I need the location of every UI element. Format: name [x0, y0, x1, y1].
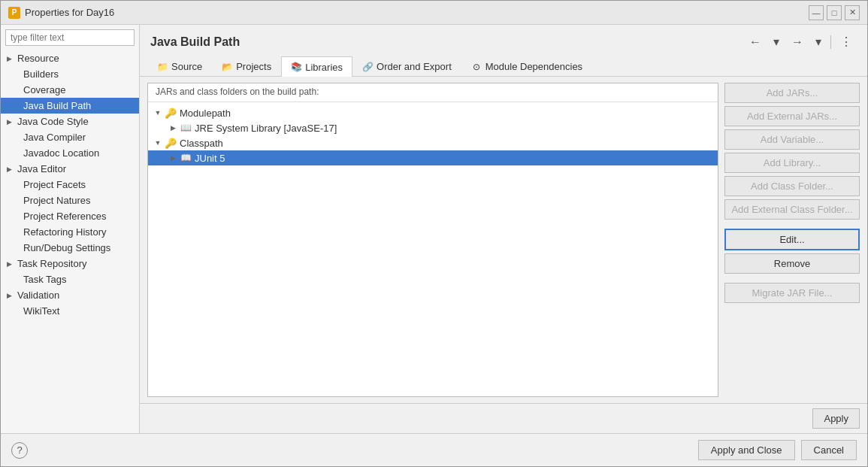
sidebar-item-project-references[interactable]: Project References: [1, 208, 139, 224]
minimize-button[interactable]: —: [809, 5, 824, 20]
junit5-arrow: ▶: [169, 154, 177, 162]
tree-content: ▼ 🔑 Modulepath ▶ 📖 JRE System Library [J…: [148, 102, 718, 396]
modulepath-arrow: ▼: [154, 109, 162, 117]
remove-button[interactable]: Remove: [724, 253, 860, 274]
back-dropdown-button[interactable]: ▾: [769, 32, 784, 51]
page-title: Java Build Path: [150, 35, 240, 49]
source-tab-label: Source: [171, 61, 202, 72]
tree-item-classpath[interactable]: ▼ 🔑 Classpath: [148, 135, 718, 150]
filter-input[interactable]: [5, 29, 135, 46]
window-controls: — □ ✕: [809, 5, 860, 20]
classpath-arrow: ▼: [154, 139, 162, 147]
sidebar-item-java-code-style[interactable]: ▶Java Code Style: [1, 114, 139, 129]
add-external-class-folder-button[interactable]: Add External Class Folder...: [724, 199, 860, 220]
sidebar-label-java-compiler: Java Compiler: [23, 132, 86, 143]
tree-item-jre[interactable]: ▶ 📖 JRE System Library [JavaSE-17]: [148, 120, 718, 135]
back-button[interactable]: ←: [745, 33, 766, 51]
title-bar: P Properties for Day16 — □ ✕: [1, 1, 867, 25]
sidebar-item-validation[interactable]: ▶Validation: [1, 287, 139, 303]
sidebar-label-project-facets: Project Facets: [23, 179, 86, 190]
sidebar-label-task-tags: Task Tags: [23, 274, 67, 285]
add-external-jars-button[interactable]: Add External JARs...: [724, 106, 860, 126]
sidebar-item-java-editor[interactable]: ▶Java Editor: [1, 161, 139, 177]
edit-button[interactable]: Edit...: [724, 229, 860, 250]
tree-panel: JARs and class folders on the build path…: [147, 83, 718, 397]
sidebar-item-coverage[interactable]: Coverage: [1, 82, 139, 98]
add-class-folder-button[interactable]: Add Class Folder...: [724, 176, 860, 196]
sidebar-item-wikitext[interactable]: WikiText: [1, 303, 139, 319]
libraries-tab-label: Libraries: [305, 62, 343, 73]
sidebar-item-run-debug-settings[interactable]: Run/Debug Settings: [1, 240, 139, 256]
content-area: JARs and class folders on the build path…: [140, 77, 867, 403]
apply-bar: Apply: [140, 403, 867, 433]
tab-order-export[interactable]: 🔗 Order and Export: [352, 56, 461, 76]
help-icon: ?: [17, 444, 22, 456]
module-tab-icon: ⊙: [471, 62, 482, 72]
sidebar-label-project-natures: Project Natures: [23, 195, 91, 206]
button-spacer-2: [724, 277, 860, 280]
projects-tab-icon: 📂: [222, 62, 232, 72]
add-library-button[interactable]: Add Library...: [724, 153, 860, 173]
sidebar-item-task-tags[interactable]: Task Tags: [1, 271, 139, 287]
jre-icon: 📖: [180, 122, 192, 134]
buttons-panel: Add JARs... Add External JARs... Add Var…: [724, 83, 860, 397]
sidebar-item-project-natures[interactable]: Project Natures: [1, 193, 139, 208]
app-icon: P: [8, 7, 20, 19]
classpath-icon: 🔑: [165, 137, 177, 149]
cancel-button[interactable]: Cancel: [801, 440, 857, 460]
sidebar-label-java-build-path: Java Build Path: [23, 100, 91, 111]
tab-libraries[interactable]: 📚 Libraries: [281, 56, 352, 77]
forward-dropdown-button[interactable]: ▾: [811, 32, 826, 51]
footer-right: Apply and Close Cancel: [698, 440, 857, 460]
sidebar-item-builders[interactable]: Builders: [1, 66, 139, 82]
modulepath-icon: 🔑: [165, 107, 177, 119]
sidebar-label-refactoring-history: Refactoring History: [23, 226, 107, 238]
order-tab-label: Order and Export: [377, 61, 452, 72]
sidebar-label-java-code-style: Java Code Style: [17, 116, 89, 127]
sidebar-label-project-references: Project References: [23, 211, 107, 222]
apply-button[interactable]: Apply: [812, 408, 860, 429]
tab-module-dependencies[interactable]: ⊙ Module Dependencies: [461, 56, 592, 76]
tree-hint: JARs and class folders on the build path…: [148, 83, 718, 102]
sidebar-item-javadoc-location[interactable]: Javadoc Location: [1, 145, 139, 161]
jre-arrow: ▶: [169, 124, 177, 132]
add-jars-button[interactable]: Add JARs...: [724, 83, 860, 103]
sidebar-label-run-debug-settings: Run/Debug Settings: [23, 242, 110, 253]
sidebar-label-task-repository: Task Repository: [17, 258, 86, 269]
sidebar-label-javadoc-location: Javadoc Location: [23, 147, 99, 159]
help-button[interactable]: ?: [11, 442, 28, 459]
java-code-style-arrow-icon: ▶: [7, 118, 14, 126]
sidebar-item-java-build-path[interactable]: Java Build Path: [1, 98, 139, 114]
module-tab-label: Module Dependencies: [485, 61, 582, 72]
sidebar: ▶ResourceBuildersCoverageJava Build Path…: [1, 25, 140, 433]
tab-projects[interactable]: 📂 Projects: [212, 56, 281, 76]
maximize-button[interactable]: □: [827, 5, 842, 20]
close-button[interactable]: ✕: [845, 5, 860, 20]
jre-label: JRE System Library [JavaSE-17]: [195, 123, 337, 134]
sidebar-item-task-repository[interactable]: ▶Task Repository: [1, 256, 139, 271]
migrate-jar-button[interactable]: Migrate JAR File...: [724, 283, 860, 303]
forward-button[interactable]: →: [787, 33, 808, 51]
add-variable-button[interactable]: Add Variable...: [724, 129, 860, 150]
menu-button[interactable]: ⋮: [836, 32, 857, 51]
junit5-label: JUnit 5: [195, 153, 225, 164]
tree-item-modulepath[interactable]: ▼ 🔑 Modulepath: [148, 105, 718, 120]
libraries-tab-icon: 📚: [291, 62, 301, 72]
dialog-body: ▶ResourceBuildersCoverageJava Build Path…: [1, 25, 867, 433]
title-bar-left: P Properties for Day16: [8, 7, 114, 19]
sidebar-item-resource[interactable]: ▶Resource: [1, 50, 139, 66]
header-toolbar: ← ▾ → ▾ ⋮: [745, 32, 857, 51]
apply-close-button[interactable]: Apply and Close: [698, 440, 795, 460]
main-area: Java Build Path ← ▾ → ▾ ⋮ 📁 Source 📂: [140, 25, 867, 433]
sidebar-item-refactoring-history[interactable]: Refactoring History: [1, 224, 139, 240]
tab-source[interactable]: 📁 Source: [147, 56, 212, 76]
tree-item-junit5[interactable]: ▶ 📖 JUnit 5: [148, 150, 718, 165]
button-spacer-1: [724, 223, 860, 226]
sidebar-label-java-editor: Java Editor: [17, 163, 66, 174]
toolbar-divider: [830, 35, 831, 49]
order-tab-icon: 🔗: [362, 62, 373, 72]
sidebar-item-java-compiler[interactable]: Java Compiler: [1, 129, 139, 145]
modulepath-label: Modulepath: [180, 108, 231, 119]
dialog-window: P Properties for Day16 — □ ✕ ▶ResourceBu…: [0, 0, 868, 467]
sidebar-item-project-facets[interactable]: Project Facets: [1, 177, 139, 193]
